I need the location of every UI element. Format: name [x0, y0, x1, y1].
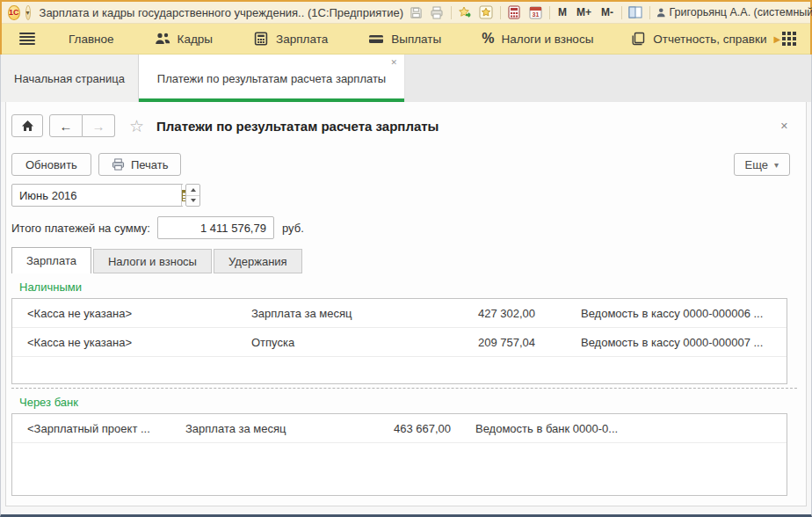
- documents-icon: [630, 31, 646, 47]
- period-input[interactable]: [12, 185, 181, 206]
- payee-cell: <Зарплатный проект ...: [12, 422, 185, 435]
- printer-icon: [112, 158, 125, 171]
- bank-table: <Зарплатный проект ... Зарплата за месяц…: [11, 413, 787, 496]
- total-amount-input[interactable]: [157, 216, 274, 239]
- titlebar-separator: [621, 6, 622, 19]
- menubar: Главное Кадры Зарплата Выплаты: [2, 24, 810, 55]
- print-label: Печать: [131, 158, 169, 171]
- table-row[interactable]: <Касса не указана> Отпуска 209 757,04 Ве…: [12, 328, 787, 357]
- tab-close-icon[interactable]: ✕: [390, 58, 397, 67]
- document-link[interactable]: Ведомость в кассу 0000-000006 ...: [535, 307, 787, 320]
- section-title-cash: Наличными: [19, 280, 801, 295]
- tab-deductions[interactable]: Удержания: [214, 249, 302, 273]
- menu-item-label: Выплаты: [391, 33, 441, 46]
- payee-cell: <Касса не указана>: [12, 336, 251, 349]
- tab-salary[interactable]: Зарплата: [11, 247, 91, 273]
- titlebar-tools: 31 М М+ М- Григорьянц А.А. (системный ад…: [409, 5, 812, 19]
- period-field: [11, 184, 184, 207]
- tab-label: Начальная страница: [14, 72, 125, 85]
- menu-overflow-chevron[interactable]: ▶: [773, 34, 780, 44]
- 1c-logo-icon: 1С: [8, 5, 20, 20]
- payment-tabs: Зарплата Налоги и взносы Удержания: [11, 247, 801, 273]
- titlebar-separator: [451, 6, 452, 19]
- tab-home-page[interactable]: Начальная страница: [1, 55, 139, 102]
- home-button[interactable]: [11, 114, 43, 137]
- menu-item-staff[interactable]: Кадры: [144, 24, 223, 54]
- refresh-button[interactable]: Обновить: [11, 153, 91, 176]
- total-label: Итого платежей на сумму:: [11, 222, 150, 235]
- add-to-favorites-icon[interactable]: [458, 5, 473, 19]
- current-user[interactable]: Григорьянц А.А. (системный адм...: [656, 6, 812, 18]
- menu-item-main[interactable]: Главное: [58, 24, 125, 54]
- titlebar-separator: [549, 6, 550, 19]
- triangle-up-icon: [191, 188, 196, 192]
- period-spinner: [185, 184, 200, 207]
- tab-payments-page[interactable]: Платежи по результатам расчета зарплаты …: [139, 55, 405, 102]
- more-button[interactable]: Еще ▾: [734, 153, 790, 176]
- tab-taxes[interactable]: Налоги и взносы: [93, 249, 212, 273]
- window-menu-button[interactable]: ▾: [25, 5, 31, 20]
- money-card-icon: [368, 31, 384, 47]
- tab-label: Удержания: [228, 255, 287, 268]
- period-row: [11, 184, 801, 207]
- print-icon[interactable]: [430, 5, 445, 19]
- total-row: Итого платежей на сумму: руб.: [11, 216, 801, 239]
- titlebar: 1С ▾ Зарплата и кадры государственного у…: [2, 2, 810, 24]
- favorites-icon[interactable]: [479, 5, 494, 19]
- page-close-icon[interactable]: ✕: [780, 120, 788, 132]
- people-icon: [155, 31, 170, 47]
- purpose-cell: Зарплата за месяц: [185, 422, 352, 435]
- titlebar-separator: [500, 6, 501, 19]
- menu-item-reports[interactable]: Отчетность, справки: [620, 24, 777, 54]
- forward-arrow-icon: →: [92, 119, 105, 134]
- menu-item-payments[interactable]: Выплаты: [358, 24, 452, 54]
- memory-minus-button[interactable]: М-: [599, 6, 615, 18]
- section-splitter[interactable]: [11, 388, 797, 389]
- save-icon[interactable]: [409, 5, 424, 19]
- spinner-up-button[interactable]: [186, 185, 199, 196]
- tab-label: Зарплата: [26, 254, 76, 267]
- percent-icon: %: [482, 31, 494, 47]
- more-label: Еще: [745, 158, 768, 171]
- history-nav: ← →: [49, 114, 115, 137]
- page-title: Платежи по результатам расчета зарплаты: [156, 119, 439, 134]
- document-link[interactable]: Ведомость в банк 0000-0...: [451, 422, 787, 435]
- favorite-star-icon[interactable]: ☆: [129, 116, 144, 136]
- print-button[interactable]: Печать: [98, 153, 182, 176]
- amount-cell: 463 667,00: [352, 422, 451, 435]
- titlebar-separator: [649, 6, 650, 19]
- menu-item-label: Отчетность, справки: [653, 33, 766, 46]
- spinner-down-button[interactable]: [186, 196, 199, 207]
- amount-cell: 209 757,04: [440, 336, 535, 349]
- document-link[interactable]: Ведомость в кассу 0000-000007 ...: [535, 336, 787, 349]
- table-row[interactable]: <Зарплатный проект ... Зарплата за месяц…: [12, 414, 787, 443]
- forward-button[interactable]: →: [83, 114, 115, 137]
- calendar-icon[interactable]: 31: [528, 5, 543, 19]
- window-body: ← → ☆ Платежи по результатам расчета зар…: [0, 102, 812, 517]
- calculator-icon[interactable]: [507, 5, 522, 19]
- currency-label: руб.: [282, 222, 304, 235]
- amount-cell: 427 302,00: [440, 307, 535, 320]
- menubar-tools: ★: [780, 30, 812, 47]
- menu-item-salary[interactable]: Зарплата: [243, 24, 338, 54]
- menu-item-label: Главное: [69, 33, 114, 46]
- memory-recall-button[interactable]: М: [556, 6, 569, 18]
- back-button[interactable]: ←: [49, 114, 83, 137]
- command-bar: Обновить Печать Еще ▾: [11, 153, 801, 176]
- user-name: Григорьянц А.А. (системный адм...: [670, 6, 812, 18]
- app-window: 1С ▾ Зарплата и кадры государственного у…: [0, 0, 812, 517]
- menu-item-taxes[interactable]: % Налоги и взносы: [471, 24, 604, 54]
- menu-item-label: Зарплата: [276, 33, 328, 46]
- table-row[interactable]: <Касса не указана> Зарплата за месяц 427…: [12, 299, 787, 328]
- purpose-cell: Отпуска: [251, 336, 440, 349]
- split-window-icon[interactable]: [628, 5, 643, 19]
- window-top: 1С ▾ Зарплата и кадры государственного у…: [0, 0, 812, 55]
- caret-down-icon: ▾: [26, 9, 30, 17]
- page-frame: ← → ☆ Платежи по результатам расчета зар…: [5, 102, 807, 506]
- memory-plus-button[interactable]: М+: [575, 6, 593, 18]
- main-menu-button[interactable]: [14, 24, 46, 54]
- all-functions-grid-icon[interactable]: [780, 30, 798, 47]
- menu-item-label: Кадры: [178, 33, 213, 46]
- section-title-bank: Через банк: [19, 396, 801, 410]
- tab-label: Налоги и взносы: [108, 255, 197, 268]
